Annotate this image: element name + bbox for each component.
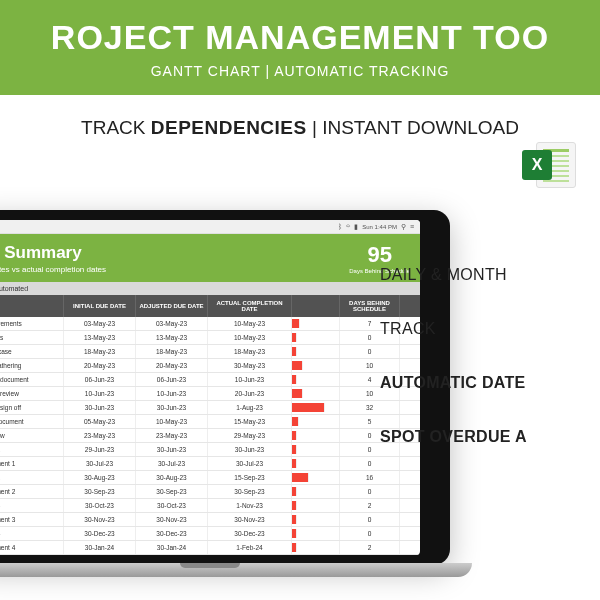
automation-note: is automated xyxy=(0,282,420,295)
table-row[interactable]: Element 330-Nov-2330-Nov-2330-Nov-230 xyxy=(0,513,420,527)
excel-icon: X xyxy=(522,138,576,192)
summary-header: e Summary dates vs actual completion dat… xyxy=(0,234,420,282)
table-row[interactable]: Element 430-Jan-2430-Jan-241-Feb-242 xyxy=(0,541,420,555)
cell-actual-completion: 10-May-23 xyxy=(208,331,292,344)
cell-task: review xyxy=(0,429,64,442)
cell-initial-due: 03-May-23 xyxy=(64,317,136,330)
table-header: SK INITIAL DUE DATE ADJUSTED DUE DATE AC… xyxy=(0,295,420,317)
cell-initial-due: 30-Jul-23 xyxy=(64,457,136,470)
menubar-time: Sun 1:44 PM xyxy=(362,224,397,230)
cell-adjusted-due: 30-Oct-23 xyxy=(136,499,208,512)
tagline-suffix: | INSTANT DOWNLOAD xyxy=(307,117,519,138)
cell-task: ent 4 xyxy=(0,527,64,540)
cell-bar xyxy=(292,401,340,414)
cell-initial-due: 23-May-23 xyxy=(64,429,136,442)
cell-task: gn document xyxy=(0,415,64,428)
table-body: equirements03-May-2303-May-2310-May-237a… xyxy=(0,317,420,555)
feature-item: AUTOMATIC DATE xyxy=(380,374,600,392)
cell-adjusted-due: 23-May-23 xyxy=(136,429,208,442)
cell-adjusted-due: 03-May-23 xyxy=(136,317,208,330)
cell-bar xyxy=(292,415,340,428)
cell-bar xyxy=(292,317,340,330)
cell-task: ent 2 xyxy=(0,471,64,484)
cell-initial-due: 30-Nov-23 xyxy=(64,513,136,526)
table-row[interactable]: ents review10-Jun-2310-Jun-2320-Jun-2310 xyxy=(0,387,420,401)
cell-initial-due: 30-Dec-23 xyxy=(64,527,136,540)
cell-actual-completion: 15-Sep-23 xyxy=(208,471,292,484)
cell-adjusted-due: 30-Nov-23 xyxy=(136,513,208,526)
table-row[interactable]: ents document06-Jun-2306-Jun-2310-Jun-23… xyxy=(0,373,420,387)
feature-list: DAILY & MONTHTRACKAUTOMATIC DATESPOT OVE… xyxy=(380,230,600,482)
header-task: SK xyxy=(0,295,64,317)
cell-bar xyxy=(292,443,340,456)
cell-actual-completion: 1-Aug-23 xyxy=(208,401,292,414)
cell-adjusted-due: 30-Dec-23 xyxy=(136,527,208,540)
cell-actual-completion: 30-Sep-23 xyxy=(208,485,292,498)
bluetooth-icon: ᛒ xyxy=(338,223,342,230)
feature-item: TRACK xyxy=(380,320,600,338)
header-adjusted-due: ADJUSTED DUE DATE xyxy=(136,295,208,317)
cell-actual-completion: 30-Dec-23 xyxy=(208,527,292,540)
cell-bar xyxy=(292,457,340,470)
cell-task: Element 1 xyxy=(0,457,64,470)
cell-bar xyxy=(292,373,340,386)
cell-adjusted-due: 30-Jan-24 xyxy=(136,541,208,554)
battery-icon: ▮ xyxy=(354,223,358,231)
cell-initial-due: 13-May-23 xyxy=(64,331,136,344)
cell-initial-due: 30-Oct-23 xyxy=(64,499,136,512)
cell-actual-completion: 30-Jun-23 xyxy=(208,443,292,456)
table-row[interactable]: gn document05-May-2310-May-2315-May-235 xyxy=(0,415,420,429)
summary-subtitle: dates vs actual completion dates xyxy=(0,265,106,274)
table-row[interactable]: ent 330-Oct-2330-Oct-231-Nov-232 xyxy=(0,499,420,513)
table-row[interactable]: equirements03-May-2303-May-2310-May-237 xyxy=(0,317,420,331)
cell-initial-due: 18-May-23 xyxy=(64,345,136,358)
cell-adjusted-due: 30-Jul-23 xyxy=(136,457,208,470)
cell-actual-completion: 1-Nov-23 xyxy=(208,499,292,512)
cell-actual-completion: 18-May-23 xyxy=(208,345,292,358)
cell-adjusted-due: 30-Aug-23 xyxy=(136,471,208,484)
table-row[interactable]: Element 130-Jul-2330-Jul-2330-Jul-230 xyxy=(0,457,420,471)
cell-task: its gathering xyxy=(0,359,64,372)
table-row[interactable]: review23-May-2323-May-2329-May-230 xyxy=(0,429,420,443)
cell-actual-completion: 1-Feb-24 xyxy=(208,541,292,554)
cell-initial-due: 10-Jun-23 xyxy=(64,387,136,400)
table-row[interactable]: ents sign off30-Jun-2330-Jun-231-Aug-233… xyxy=(0,401,420,415)
cell-task: ents sign off xyxy=(0,401,64,414)
hero-title: ROJECT MANAGEMENT TOO xyxy=(0,18,600,57)
hero-banner: ROJECT MANAGEMENT TOO GANTT CHART | AUTO… xyxy=(0,0,600,95)
cell-initial-due: 06-Jun-23 xyxy=(64,373,136,386)
table-row[interactable]: its gathering20-May-2320-May-2330-May-23… xyxy=(0,359,420,373)
cell-days-behind: 0 xyxy=(340,527,400,540)
cell-days-behind: 0 xyxy=(340,485,400,498)
spreadsheet-screen: ᛒ ⌔ ▮ Sun 1:44 PM ⚲ ≡ e Summary dates vs… xyxy=(0,220,420,555)
cell-bar xyxy=(292,359,340,372)
cell-adjusted-due: 20-May-23 xyxy=(136,359,208,372)
cell-task: ess case xyxy=(0,345,64,358)
table-row[interactable]: ent 129-Jun-2330-Jun-2330-Jun-230 xyxy=(0,443,420,457)
cell-task: ents review xyxy=(0,387,64,400)
table-row[interactable]: Element 230-Sep-2330-Sep-2330-Sep-230 xyxy=(0,485,420,499)
cell-actual-completion: 10-Jun-23 xyxy=(208,373,292,386)
cell-actual-completion: 10-May-23 xyxy=(208,317,292,330)
cell-bar xyxy=(292,527,340,540)
cell-adjusted-due: 06-Jun-23 xyxy=(136,373,208,386)
menu-icon: ≡ xyxy=(410,223,414,230)
cell-bar xyxy=(292,429,340,442)
cell-adjusted-due: 10-Jun-23 xyxy=(136,387,208,400)
cell-actual-completion: 30-May-23 xyxy=(208,359,292,372)
feature-item: DAILY & MONTH xyxy=(380,266,600,284)
header-initial-due: INITIAL DUE DATE xyxy=(64,295,136,317)
summary-title: e Summary xyxy=(0,243,106,263)
table-row[interactable]: ess case18-May-2318-May-2318-May-230 xyxy=(0,345,420,359)
cell-days-behind: 2 xyxy=(340,499,400,512)
table-row[interactable]: ent 430-Dec-2330-Dec-2330-Dec-230 xyxy=(0,527,420,541)
cell-actual-completion: 30-Nov-23 xyxy=(208,513,292,526)
table-row[interactable]: ent 230-Aug-2330-Aug-2315-Sep-2316 xyxy=(0,471,420,485)
cell-adjusted-due: 18-May-23 xyxy=(136,345,208,358)
table-row[interactable]: ations13-May-2313-May-2310-May-230 xyxy=(0,331,420,345)
cell-task: Element 2 xyxy=(0,485,64,498)
cell-task: equirements xyxy=(0,317,64,330)
cell-task: Element 3 xyxy=(0,513,64,526)
cell-initial-due: 30-Aug-23 xyxy=(64,471,136,484)
cell-initial-due: 29-Jun-23 xyxy=(64,443,136,456)
